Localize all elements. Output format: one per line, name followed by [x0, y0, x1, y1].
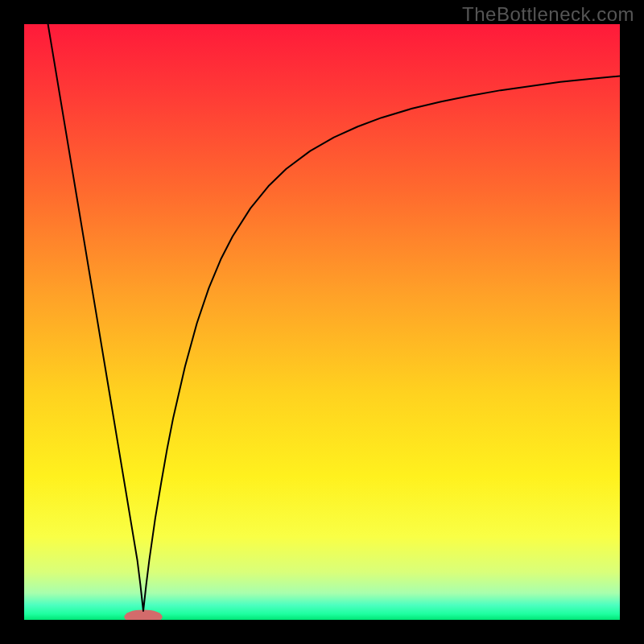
gradient-background: [24, 24, 620, 620]
chart-svg: [24, 24, 620, 620]
chart-frame: TheBottleneck.com: [0, 0, 644, 644]
plot-area: [24, 24, 620, 620]
watermark-text: TheBottleneck.com: [462, 3, 634, 26]
